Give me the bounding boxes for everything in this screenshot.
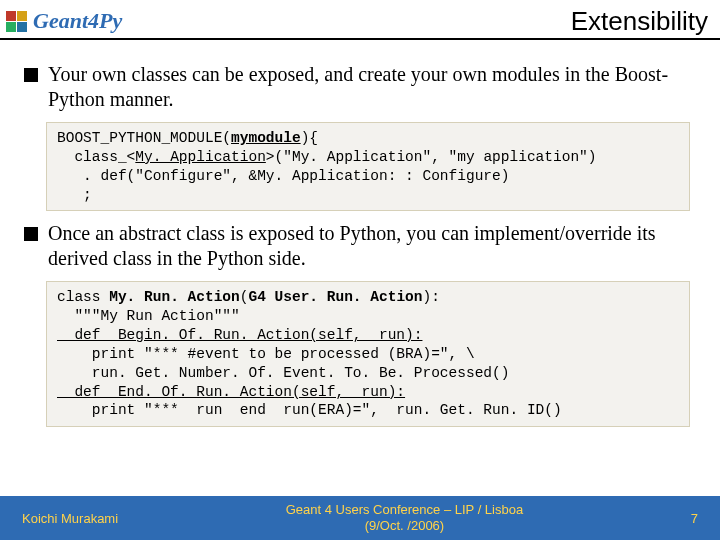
slide-header: Geant4Py Extensibility <box>0 0 720 40</box>
footer-author: Koichi Murakami <box>22 511 118 526</box>
code-block-python: class My. Run. Action(G4 User. Run. Acti… <box>46 281 690 427</box>
bullet-item: Your own classes can be exposed, and cre… <box>24 62 704 112</box>
slide-content: Your own classes can be exposed, and cre… <box>0 40 720 427</box>
bullet-text: Once an abstract class is exposed to Pyt… <box>48 221 704 271</box>
square-bullet-icon <box>24 68 38 82</box>
slide-footer: Koichi Murakami Geant 4 Users Conference… <box>0 496 720 540</box>
code-block-cpp: BOOST_PYTHON_MODULE(mymodule){ class_<My… <box>46 122 690 211</box>
bullet-text: Your own classes can be exposed, and cre… <box>48 62 704 112</box>
brand-text: Geant4Py <box>33 8 122 34</box>
footer-page-number: 7 <box>691 511 698 526</box>
logo-area: Geant4Py <box>6 8 122 34</box>
footer-conference: Geant 4 Users Conference – LIP / Lisboa … <box>286 502 524 533</box>
bullet-item: Once an abstract class is exposed to Pyt… <box>24 221 704 271</box>
grid-icon <box>6 11 27 32</box>
slide-title: Extensibility <box>571 6 708 37</box>
square-bullet-icon <box>24 227 38 241</box>
